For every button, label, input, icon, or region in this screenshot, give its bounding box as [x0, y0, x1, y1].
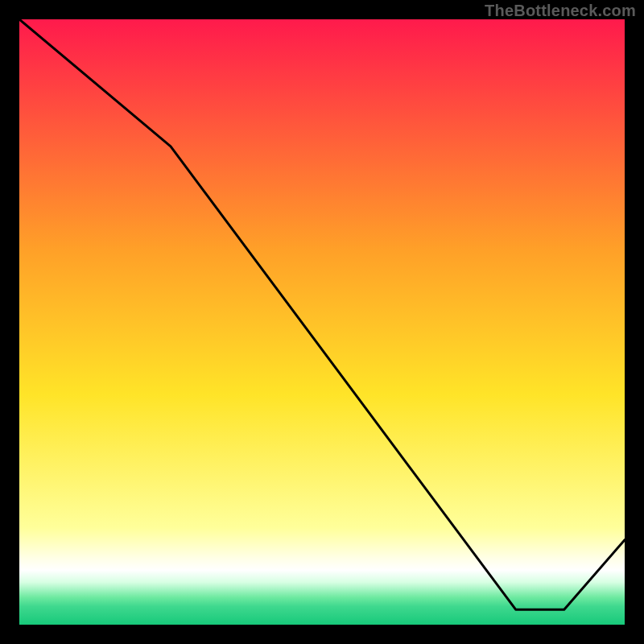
- chart-stage: TheBottleneck.com: [0, 0, 644, 644]
- series-polyline: [19, 19, 625, 609]
- line-series: [19, 19, 625, 625]
- plot-area: [19, 19, 625, 625]
- watermark-text: TheBottleneck.com: [485, 2, 636, 20]
